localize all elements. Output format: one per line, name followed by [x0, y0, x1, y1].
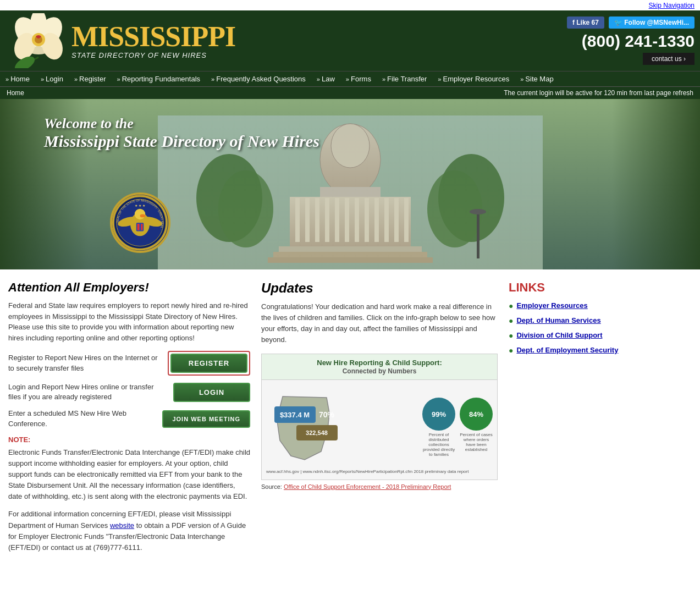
links-list: Employer Resources Dept. of Human Servic…	[509, 301, 692, 355]
eftedi-body: For additional information concerning EF…	[8, 509, 250, 553]
phone-number: (800) 241-1330	[567, 32, 695, 51]
hero-welcome-line2: Mississippi State Directory of New Hires	[44, 132, 319, 151]
stat-84: 84% Percent of cases where orders have b…	[460, 398, 493, 457]
link-employer-resources[interactable]: Employer Resources	[516, 301, 587, 311]
breadcrumb-home[interactable]: Home	[7, 89, 24, 97]
svg-point-42	[140, 214, 146, 217]
link-item-employment-security: Dept. of Employment Security	[509, 346, 692, 355]
link-item-employer-resources: Employer Resources	[509, 301, 692, 311]
infograph[interactable]: New Hire Reporting & Child Support: Conn…	[261, 354, 498, 480]
nav-reporting-fundamentals[interactable]: Reporting Fundamentals	[111, 71, 206, 86]
logo-subtitle: STATE DIRECTORY OF NEW HIRES	[71, 51, 235, 59]
logo-text-area: MISSISSIPPI STATE DIRECTORY OF NEW HIRES	[71, 23, 235, 59]
note-body: Electronic Funds Transfer/Electronic Dat…	[8, 447, 250, 503]
note-label: NOTE:	[8, 436, 250, 444]
link-item-child-support: Division of Child Support	[509, 331, 692, 340]
links-title: LINKS	[509, 280, 692, 295]
svg-text:$337.4 M: $337.4 M	[280, 411, 310, 419]
updates-section: Updates Congratulations! Your dedication…	[261, 280, 498, 553]
infograph-subtitle: Connected by Numbers	[343, 367, 417, 375]
svg-text:★ ★ ★: ★ ★ ★	[135, 203, 145, 207]
svg-rect-45	[141, 223, 142, 230]
attention-body: Federal and State law requires employers…	[8, 300, 250, 343]
svg-rect-44	[137, 223, 140, 230]
svg-text:322,548: 322,548	[306, 429, 328, 436]
nav-register[interactable]: Register	[69, 71, 112, 86]
nav-forms[interactable]: Forms	[340, 71, 377, 86]
stat-84-label: Percent of cases where orders have been …	[460, 432, 493, 452]
nav-login[interactable]: Login	[35, 71, 69, 86]
source-link[interactable]: Office of Child Support Enforcement - 20…	[284, 483, 451, 490]
logo-flower	[5, 13, 71, 68]
updates-body: Congratulations! Your dedication and har…	[261, 301, 498, 346]
site-header: MISSISSIPPI STATE DIRECTORY OF NEW HIRES…	[0, 10, 700, 71]
login-label: Login and Report New Hires online or tra…	[8, 382, 173, 402]
nav-law[interactable]: Law	[311, 71, 340, 86]
svg-point-41	[135, 208, 145, 219]
twitter-button[interactable]: 🐦 Follow @MSNewHi...	[609, 16, 695, 29]
updates-title: Updates	[261, 280, 498, 296]
eftedi-link[interactable]: website	[110, 521, 134, 530]
logo-area: MISSISSIPPI STATE DIRECTORY OF NEW HIRES	[5, 13, 235, 68]
stat-99-label: Percent of distributed collections provi…	[422, 432, 455, 457]
nav-employer-resources[interactable]: Employer Resources	[432, 71, 515, 86]
nav-sitemap[interactable]: Site Map	[515, 71, 559, 86]
nav-home[interactable]: Home	[0, 71, 35, 86]
register-button-wrapper: REGISTER	[168, 351, 250, 376]
login-row: Login and Report New Hires online or tra…	[8, 382, 250, 402]
stat-99-circle: 99%	[422, 398, 455, 431]
logo-title: MISSISSIPPI	[71, 23, 235, 51]
breadcrumb-bar: Home The current login will be active fo…	[0, 86, 700, 99]
header-right: f Like 67 🐦 Follow @MSNewHi... (800) 241…	[567, 16, 695, 65]
webmeeting-label: Enter a scheduled MS New Hire Web Confer…	[8, 409, 162, 428]
hero-trees-right	[612, 99, 700, 269]
nav-faq[interactable]: Frequently Asked Questions	[206, 71, 311, 86]
link-child-support[interactable]: Division of Child Support	[516, 331, 602, 340]
register-row: Register to Report New Hires on the Inte…	[8, 351, 250, 376]
circle-stats-row: 99% Percent of distributed collections p…	[422, 398, 493, 457]
source-line: Source: Office of Child Support Enforcem…	[261, 483, 498, 490]
login-button[interactable]: LOGIN	[173, 383, 250, 402]
ms-map-svg: $337.4 M 322,548 70%	[266, 391, 343, 462]
infograph-source-small: www.acf.hhs.gov | www.ndnh.itsc.org/Repo…	[266, 469, 468, 474]
attention-title: Attention All Employers!	[8, 280, 250, 295]
svg-text:70%: 70%	[319, 410, 335, 419]
source-text: Source:	[261, 483, 282, 490]
ms-map-area: $337.4 M 322,548 70%	[266, 391, 417, 464]
circle-stats: 99% Percent of distributed collections p…	[422, 398, 493, 457]
webmeeting-button[interactable]: JOIN WEB MEETING	[162, 410, 250, 428]
register-label: Register to Report New Hires on the Inte…	[8, 353, 168, 373]
link-employment-security[interactable]: Dept. of Employment Security	[516, 346, 618, 355]
link-human-services[interactable]: Dept. of Human Services	[516, 316, 600, 326]
skip-navigation: Skip Navigation	[0, 0, 700, 10]
hero-welcome-text: Welcome to the Mississippi State Directo…	[44, 115, 319, 151]
stat-99: 99% Percent of distributed collections p…	[422, 398, 455, 457]
infograph-title-text: New Hire Reporting & Child Support:	[317, 359, 442, 367]
social-bar: f Like 67 🐦 Follow @MSNewHi...	[567, 16, 695, 29]
contact-button[interactable]: contact us	[643, 53, 695, 65]
link-item-human-services: Dept. of Human Services	[509, 316, 692, 326]
infograph-title: New Hire Reporting & Child Support: Conn…	[262, 354, 497, 380]
main-nav: Home Login Register Reporting Fundamenta…	[0, 71, 700, 86]
webmeeting-row: Enter a scheduled MS New Hire Web Confer…	[8, 409, 250, 428]
hero-banner: Welcome to the Mississippi State Directo…	[0, 99, 700, 269]
stat-84-circle: 84%	[460, 398, 493, 431]
hero-welcome-line1: Welcome to the	[44, 115, 319, 132]
hero-seal: ★ ★ ★ SEAL OF THE STATE OF MISSISSIPPI ·…	[110, 192, 170, 253]
infograph-stats-layout: $337.4 M 322,548 70% 99% Percent of dist…	[266, 384, 493, 471]
nav-file-transfer[interactable]: File Transfer	[377, 71, 432, 86]
session-notice: The current login will be active for 120…	[504, 89, 693, 97]
infograph-inner: $337.4 M 322,548 70% 99% Percent of dist…	[262, 380, 497, 475]
skip-nav-link[interactable]: Skip Navigation	[649, 2, 695, 9]
main-content: Attention All Employers! Federal and Sta…	[0, 269, 700, 564]
facebook-button[interactable]: f Like 67	[567, 16, 604, 29]
attention-section: Attention All Employers! Federal and Sta…	[8, 280, 250, 553]
links-section: LINKS Employer Resources Dept. of Human …	[509, 280, 692, 553]
register-button[interactable]: REGISTER	[170, 354, 247, 373]
